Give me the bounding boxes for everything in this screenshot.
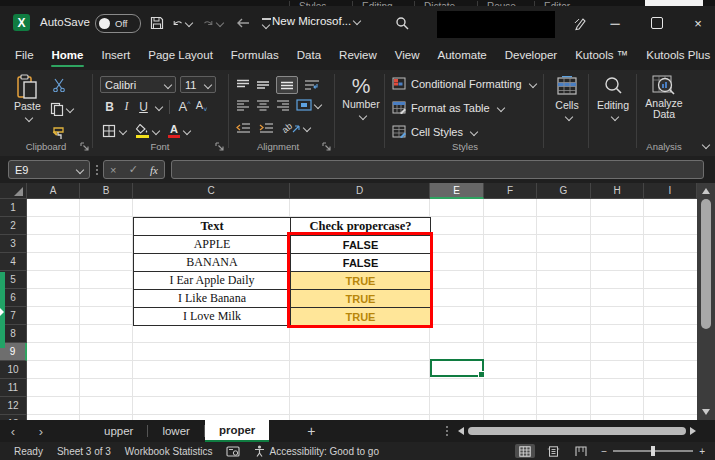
table-cell-text[interactable]: APPLE <box>134 236 291 254</box>
minimize-button[interactable]: ─ <box>598 10 632 36</box>
confirm-entry-icon[interactable]: ✓ <box>129 163 138 176</box>
ink-pen-icon[interactable] <box>570 14 590 32</box>
sheet-tab-lower[interactable]: lower <box>148 420 203 442</box>
vertical-scroll-thumb[interactable] <box>701 199 711 329</box>
table-cell-text[interactable]: I Ear Apple Daily <box>134 272 291 290</box>
horizontal-scrollbar[interactable] <box>458 426 696 436</box>
font-color-dropdown-icon[interactable] <box>183 127 191 135</box>
align-right-icon[interactable] <box>276 99 290 111</box>
font-color-button[interactable]: A <box>168 122 180 140</box>
name-box-dropdown-icon[interactable] <box>76 165 84 173</box>
page-break-preview-button[interactable] <box>571 444 591 458</box>
side-panel-handle[interactable] <box>0 272 5 348</box>
page-layout-view-button[interactable] <box>543 444 563 458</box>
normal-view-button[interactable] <box>515 444 535 458</box>
table-cell-text[interactable]: I Like Banana <box>134 290 291 308</box>
paste-dropdown-icon[interactable] <box>25 114 33 122</box>
paste-button[interactable]: Paste <box>14 74 41 121</box>
scroll-up-icon[interactable] <box>702 188 710 194</box>
borders-dropdown-icon[interactable] <box>119 127 127 135</box>
cells-area[interactable]: TextCheck propercase?APPLEFALSEBANANAFAL… <box>27 199 697 420</box>
ribbon-tab-insert[interactable]: Insert <box>92 44 139 66</box>
fill-color-button[interactable] <box>135 122 149 140</box>
format-painter-button[interactable] <box>52 124 67 142</box>
name-box[interactable]: E9 <box>8 160 90 179</box>
align-middle-icon[interactable] <box>256 79 270 91</box>
align-top-icon[interactable] <box>236 79 250 91</box>
fill-handle[interactable] <box>478 371 485 378</box>
ribbon-tab-automate[interactable]: Automate <box>429 44 496 66</box>
tab-bar-options-icon[interactable] <box>446 426 448 436</box>
fill-color-dropdown-icon[interactable] <box>152 127 160 135</box>
font-name-combo[interactable]: Calibri <box>100 76 176 93</box>
row-header-12[interactable]: 12 <box>0 397 27 415</box>
row-header-10[interactable]: 10 <box>0 361 27 379</box>
workbook-statistics-button[interactable]: Workbook Statistics <box>125 446 213 457</box>
font-size-combo[interactable]: 11 <box>180 76 216 93</box>
maximize-button[interactable] <box>640 10 674 36</box>
cells-button[interactable]: Cells <box>548 74 586 120</box>
title-dropdown-icon[interactable] <box>353 17 361 25</box>
cells-dropdown-icon[interactable] <box>564 113 572 121</box>
selected-cell-E9[interactable] <box>430 359 484 377</box>
orientation-dropdown-icon[interactable] <box>303 124 311 132</box>
zoom-slider[interactable] <box>613 450 693 452</box>
merge-dropdown-icon[interactable] <box>314 101 322 109</box>
align-bottom-button-selected[interactable] <box>276 76 298 94</box>
ribbon-collapse-icon[interactable] <box>702 141 710 149</box>
insert-function-button[interactable]: fx <box>150 164 158 176</box>
font-dialog-launcher[interactable] <box>215 142 224 151</box>
zoom-slider-thumb[interactable] <box>651 446 655 456</box>
horizontal-scroll-thumb[interactable] <box>468 427 686 435</box>
align-left-icon[interactable] <box>236 99 250 111</box>
increase-indent-icon[interactable] <box>259 122 274 134</box>
sheet-tab-upper[interactable]: upper <box>90 420 147 442</box>
editing-dropdown-icon[interactable] <box>610 113 618 121</box>
accessibility-status[interactable]: Accessibility: Good to go <box>254 445 379 457</box>
row-header-2[interactable]: 2 <box>0 217 27 235</box>
back-arrow-button[interactable] <box>233 14 253 32</box>
copy-button[interactable] <box>50 100 73 118</box>
zoom-out-button[interactable]: − <box>601 446 607 457</box>
scroll-down-icon[interactable] <box>702 409 710 415</box>
column-header-E[interactable]: E <box>430 183 484 199</box>
close-button[interactable]: × <box>681 10 715 36</box>
macro-record-icon[interactable] <box>226 446 240 457</box>
scroll-left-icon[interactable] <box>458 427 464 435</box>
search-icon[interactable] <box>392 14 412 32</box>
clipboard-dialog-launcher[interactable] <box>80 142 89 151</box>
zoom-in-button[interactable]: + <box>699 446 705 457</box>
select-all-button[interactable] <box>0 183 27 199</box>
increase-font-button[interactable]: A^ <box>177 99 192 114</box>
editing-button[interactable]: Editing <box>592 74 634 120</box>
align-center-icon[interactable] <box>256 99 270 111</box>
format-as-table-button[interactable]: Format as Table <box>392 101 504 114</box>
orientation-button[interactable]: ab <box>282 123 310 133</box>
ribbon-tab-formulas[interactable]: Formulas <box>222 44 288 66</box>
cell-styles-button[interactable]: Cell Styles <box>392 125 477 138</box>
column-header-F[interactable]: F <box>484 183 537 199</box>
table-header-text[interactable]: Text <box>134 218 291 236</box>
ribbon-tab-developer[interactable]: Developer <box>496 44 566 66</box>
column-header-D[interactable]: D <box>290 183 430 199</box>
cancel-entry-icon[interactable]: × <box>110 164 116 176</box>
scroll-right-icon[interactable] <box>690 427 696 435</box>
redo-button-disabled[interactable] <box>203 14 223 32</box>
undo-button[interactable] <box>172 14 192 32</box>
analyze-data-button[interactable]: Analyze Data <box>640 74 688 120</box>
sheet-nav-right-icon[interactable]: › <box>28 424 54 439</box>
ribbon-tab-review[interactable]: Review <box>330 44 386 66</box>
ribbon-tab-page-layout[interactable]: Page Layout <box>139 44 222 66</box>
column-header-B[interactable]: B <box>80 183 133 199</box>
sheet-nav-left-icon[interactable]: ‹ <box>0 424 26 439</box>
bold-button[interactable]: B <box>102 100 117 114</box>
decrease-font-button[interactable]: A˅ <box>194 99 209 113</box>
ribbon-tab-data[interactable]: Data <box>288 44 330 66</box>
ribbon-tab-view[interactable]: View <box>386 44 429 66</box>
cut-button[interactable] <box>52 76 66 94</box>
ribbon-tab-home[interactable]: Home <box>43 44 93 66</box>
number-dropdown-icon[interactable] <box>358 112 366 120</box>
row-header-3[interactable]: 3 <box>0 235 27 253</box>
table-cell-text[interactable]: I Love Milk <box>134 308 291 326</box>
alignment-dialog-launcher[interactable] <box>322 142 331 151</box>
